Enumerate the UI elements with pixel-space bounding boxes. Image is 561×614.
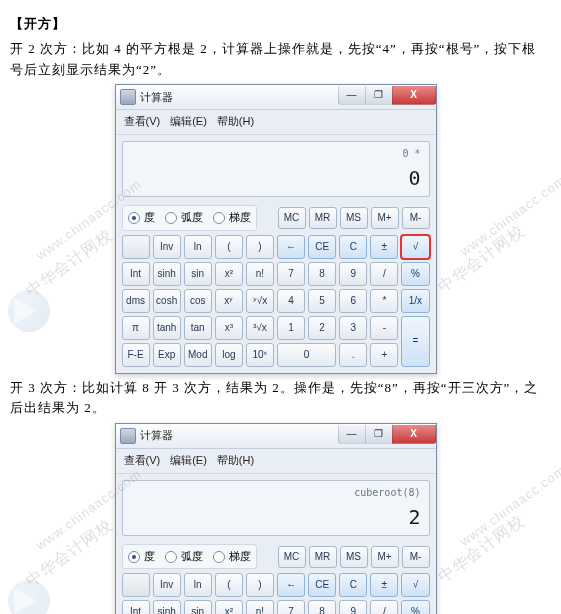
digit-3-button[interactable]: 3 bbox=[339, 316, 367, 340]
sqrt-button[interactable]: √ bbox=[401, 573, 429, 597]
backspace-button[interactable]: ← bbox=[277, 235, 305, 259]
lparen-button[interactable]: ( bbox=[215, 235, 243, 259]
sinh-button[interactable]: sinh bbox=[153, 262, 181, 286]
ms-button[interactable]: MS bbox=[340, 207, 368, 229]
mc-button[interactable]: MC bbox=[278, 207, 306, 229]
menu-view[interactable]: 查看(V) bbox=[124, 113, 161, 131]
mminus-button[interactable]: M- bbox=[402, 546, 430, 568]
sin-button[interactable]: sin bbox=[184, 262, 212, 286]
digit-2-button[interactable]: 2 bbox=[308, 316, 336, 340]
digit-8-button[interactable]: 8 bbox=[308, 600, 336, 614]
maximize-button[interactable]: ❐ bbox=[365, 86, 393, 105]
digit-9-button[interactable]: 9 bbox=[339, 600, 367, 614]
para-sqrt: 开 2 次方：比如 4 的平方根是 2，计算器上操作就是，先按“4”，再按“根号… bbox=[10, 39, 541, 81]
menu-help[interactable]: 帮助(H) bbox=[217, 452, 254, 470]
mr-button[interactable]: MR bbox=[309, 207, 337, 229]
reciprocal-button[interactable]: 1/x bbox=[401, 289, 429, 313]
fe-button[interactable]: F-E bbox=[122, 343, 150, 367]
x-cubed-button[interactable]: x³ bbox=[215, 316, 243, 340]
percent-button[interactable]: % bbox=[401, 600, 429, 614]
ms-button[interactable]: MS bbox=[340, 546, 368, 568]
digit-7-button[interactable]: 7 bbox=[277, 600, 305, 614]
cos-button[interactable]: cos bbox=[184, 289, 212, 313]
angle-memory-row: 度 弧度 梯度MCMRMSM+M- bbox=[116, 542, 436, 574]
digit-9-button[interactable]: 9 bbox=[339, 262, 367, 286]
inv-button[interactable]: Inv bbox=[153, 235, 181, 259]
rparen-button[interactable]: ) bbox=[246, 573, 274, 597]
close-button[interactable]: X bbox=[392, 86, 436, 105]
menu-edit[interactable]: 编辑(E) bbox=[170, 452, 207, 470]
x-squared-button[interactable]: x² bbox=[215, 262, 243, 286]
menu-help[interactable]: 帮助(H) bbox=[217, 113, 254, 131]
backspace-button[interactable]: ← bbox=[277, 573, 305, 597]
menu-view[interactable]: 查看(V) bbox=[124, 452, 161, 470]
empty-button[interactable] bbox=[122, 235, 150, 259]
int-button[interactable]: Int bbox=[122, 262, 150, 286]
decimal-button[interactable]: . bbox=[339, 343, 367, 367]
ln-button[interactable]: ln bbox=[184, 573, 212, 597]
radio-gradians[interactable] bbox=[213, 551, 225, 563]
sin-button[interactable]: sin bbox=[184, 600, 212, 614]
radio-gradians[interactable] bbox=[213, 212, 225, 224]
digit-7-button[interactable]: 7 bbox=[277, 262, 305, 286]
empty-button[interactable] bbox=[122, 573, 150, 597]
cosh-button[interactable]: cosh bbox=[153, 289, 181, 313]
plus-minus-button[interactable]: ± bbox=[370, 235, 398, 259]
inv-button[interactable]: Inv bbox=[153, 573, 181, 597]
rparen-button[interactable]: ) bbox=[246, 235, 274, 259]
sqrt-button[interactable]: √ bbox=[401, 235, 429, 259]
digit-1-button[interactable]: 1 bbox=[277, 316, 305, 340]
mplus-button[interactable]: M+ bbox=[371, 207, 399, 229]
cube-root-button[interactable]: ³√x bbox=[246, 316, 274, 340]
radio-degrees[interactable] bbox=[128, 212, 140, 224]
mplus-button[interactable]: M+ bbox=[371, 546, 399, 568]
c-button[interactable]: C bbox=[339, 235, 367, 259]
mc-button[interactable]: MC bbox=[278, 546, 306, 568]
x-pow-y-button[interactable]: xʸ bbox=[215, 289, 243, 313]
minus-button[interactable]: - bbox=[370, 316, 398, 340]
ten-x-button[interactable]: 10ˣ bbox=[246, 343, 274, 367]
ce-button[interactable]: CE bbox=[308, 235, 336, 259]
label-gradians: 梯度 bbox=[229, 548, 251, 566]
tanh-button[interactable]: tanh bbox=[153, 316, 181, 340]
c-button[interactable]: C bbox=[339, 573, 367, 597]
ce-button[interactable]: CE bbox=[308, 573, 336, 597]
factorial-button[interactable]: n! bbox=[246, 600, 274, 614]
divide-button[interactable]: / bbox=[370, 600, 398, 614]
digit-6-button[interactable]: 6 bbox=[339, 289, 367, 313]
digit-5-button[interactable]: 5 bbox=[308, 289, 336, 313]
pi-button[interactable]: π bbox=[122, 316, 150, 340]
radio-radians[interactable] bbox=[165, 212, 177, 224]
lparen-button[interactable]: ( bbox=[215, 573, 243, 597]
exp-button[interactable]: Exp bbox=[153, 343, 181, 367]
ln-button[interactable]: ln bbox=[184, 235, 212, 259]
mminus-button[interactable]: M- bbox=[402, 207, 430, 229]
y-root-button[interactable]: ʸ√x bbox=[246, 289, 274, 313]
radio-degrees[interactable] bbox=[128, 551, 140, 563]
x-squared-button[interactable]: x² bbox=[215, 600, 243, 614]
sinh-button[interactable]: sinh bbox=[153, 600, 181, 614]
close-button[interactable]: X bbox=[392, 425, 436, 444]
minimize-button[interactable]: — bbox=[338, 425, 366, 444]
divide-button[interactable]: / bbox=[370, 262, 398, 286]
dms-button[interactable]: dms bbox=[122, 289, 150, 313]
menu-edit[interactable]: 编辑(E) bbox=[170, 113, 207, 131]
plus-button[interactable]: + bbox=[370, 343, 398, 367]
multiply-button[interactable]: * bbox=[370, 289, 398, 313]
digit-4-button[interactable]: 4 bbox=[277, 289, 305, 313]
plus-minus-button[interactable]: ± bbox=[370, 573, 398, 597]
int-button[interactable]: Int bbox=[122, 600, 150, 614]
percent-button[interactable]: % bbox=[401, 262, 429, 286]
log-button[interactable]: log bbox=[215, 343, 243, 367]
radio-radians[interactable] bbox=[165, 551, 177, 563]
maximize-button[interactable]: ❐ bbox=[365, 425, 393, 444]
mod-button[interactable]: Mod bbox=[184, 343, 212, 367]
digit-8-button[interactable]: 8 bbox=[308, 262, 336, 286]
minimize-button[interactable]: — bbox=[338, 86, 366, 105]
equals-button[interactable]: = bbox=[401, 316, 429, 367]
label-radians: 弧度 bbox=[181, 548, 203, 566]
mr-button[interactable]: MR bbox=[309, 546, 337, 568]
tan-button[interactable]: tan bbox=[184, 316, 212, 340]
digit-0-button[interactable]: 0 bbox=[277, 343, 336, 367]
factorial-button[interactable]: n! bbox=[246, 262, 274, 286]
